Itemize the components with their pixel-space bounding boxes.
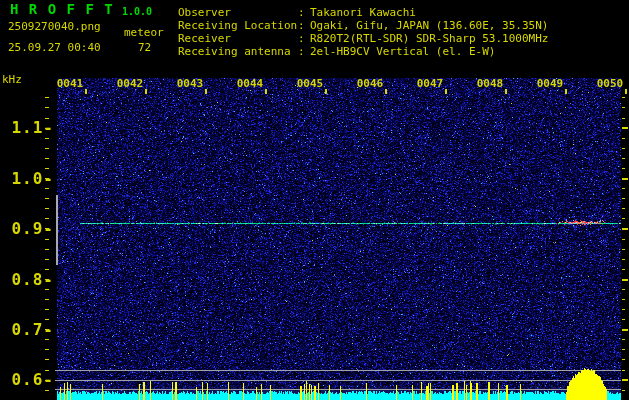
time-tick-label: 0044 [235, 77, 265, 90]
time-tick-label: 0046 [355, 77, 385, 90]
mode-label: meteor [124, 27, 164, 39]
app-title: H R O F F T [10, 3, 114, 15]
info-value: 2el-HB9CV Vertical (el. E-W) [310, 45, 495, 58]
info-value: R820T2(RTL-SDR) SDR-Sharp 53.1000MHz [310, 32, 548, 45]
spectrogram-canvas [0, 0, 629, 400]
time-tick-label: 0047 [415, 77, 445, 90]
station-info: Observer : Takanori Kawachi Receiving Lo… [178, 6, 548, 58]
time-tick-label: 0041 [55, 77, 85, 90]
time-tick-label: 0043 [175, 77, 205, 90]
info-value: Takanori Kawachi [310, 6, 416, 19]
freq-tick-label: 0.7- [0, 322, 54, 338]
echo-count: 72 [138, 42, 151, 54]
freq-tick-label: 1.1- [0, 120, 54, 136]
freq-tick-label: 0.6- [0, 372, 54, 388]
info-separator: : [298, 6, 310, 19]
info-row-observer: Observer : Takanori Kawachi [178, 6, 548, 19]
time-tick-label: 0049 [535, 77, 565, 90]
info-label: Receiving Location [178, 19, 298, 32]
freq-unit-label: kHz [2, 74, 22, 86]
app-version: 1.0.0 [122, 6, 152, 18]
info-row-receiver: Receiver : R820T2(RTL-SDR) SDR-Sharp 53.… [178, 32, 548, 45]
info-separator: : [298, 32, 310, 45]
info-label: Receiver [178, 32, 298, 45]
info-separator: : [298, 45, 310, 58]
info-label: Receiving antenna [178, 45, 298, 58]
freq-tick-label: 1.0- [0, 171, 54, 187]
observation-timestamp: 25.09.27 00:40 [8, 42, 101, 54]
time-tick-label: 0042 [115, 77, 145, 90]
freq-tick-label: 0.9- [0, 221, 54, 237]
time-tick-label: 0050 [595, 77, 625, 90]
hrofft-screen: H R O F F T 1.0.0 2509270040.png meteor … [0, 0, 629, 400]
time-tick-label: 0048 [475, 77, 505, 90]
freq-tick-label: 0.8- [0, 272, 54, 288]
info-separator: : [298, 19, 310, 32]
info-row-location: Receiving Location : Ogaki, Gifu, JAPAN … [178, 19, 548, 32]
info-label: Observer [178, 6, 298, 19]
time-tick-label: 0045 [295, 77, 325, 90]
output-filename: 2509270040.png [8, 21, 101, 33]
info-value: Ogaki, Gifu, JAPAN (136.60E, 35.35N) [310, 19, 548, 32]
info-row-antenna: Receiving antenna : 2el-HB9CV Vertical (… [178, 45, 548, 58]
